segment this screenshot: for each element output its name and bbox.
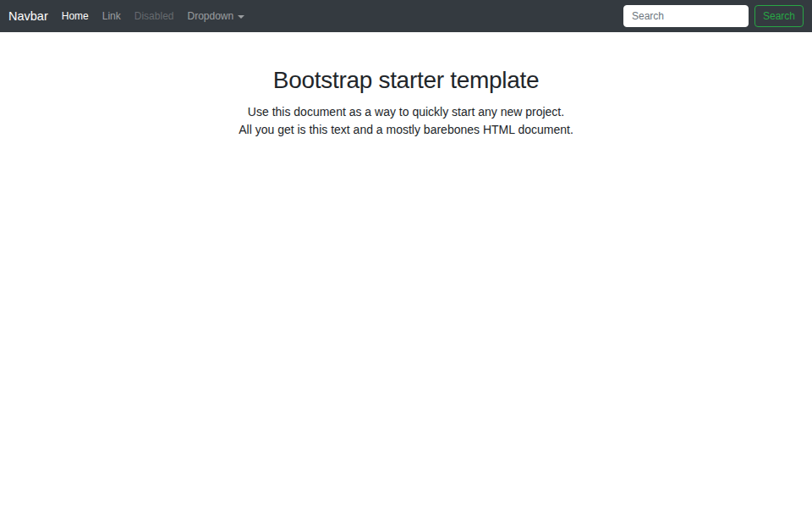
nav-item-disabled[interactable]: Disabled [128,10,181,22]
caret-down-icon [238,15,244,19]
search-button[interactable]: Search [754,5,804,27]
search-form: Search [623,5,804,27]
dropdown-label: Dropdown [187,10,233,22]
nav-item-dropdown[interactable]: Dropdown [180,10,251,22]
nav-item-home[interactable]: Home [55,10,96,22]
page-title: Bootstrap starter template [0,66,812,95]
nav-item-link[interactable]: Link [96,10,128,22]
lead-line-2: All you get is this text and a mostly ba… [239,123,573,136]
lead-text: Use this document as a way to quickly st… [0,103,812,139]
lead-line-1: Use this document as a way to quickly st… [248,105,564,119]
navbar-brand[interactable]: Navbar [8,9,48,23]
main-content: Bootstrap starter template Use this docu… [0,32,812,139]
navbar: Navbar Home Link Disabled Dropdown Searc… [0,0,812,32]
search-input[interactable] [623,5,749,27]
navbar-nav: Home Link Disabled Dropdown [55,10,251,22]
